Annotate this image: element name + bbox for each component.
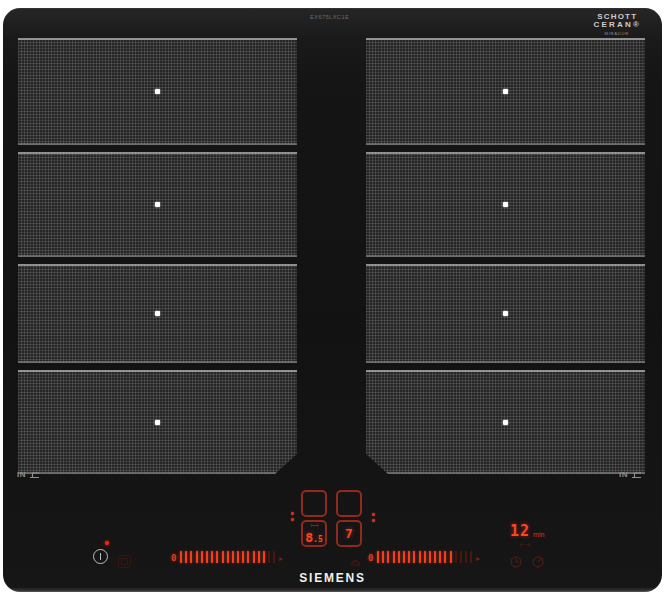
display-cell-bottom[interactable]: 7 — [336, 520, 362, 547]
cooktop-glass-panel: EX675LXC1E SCHOTT CERAN® MIRADUR IN IN — [3, 8, 662, 592]
slider-bar[interactable] — [206, 551, 208, 563]
cooking-zone-left-2 — [18, 152, 297, 257]
pan-detection-icon — [631, 469, 642, 479]
slider-bar[interactable] — [268, 551, 270, 563]
slider-bar[interactable] — [439, 551, 441, 563]
display-cell-bottom[interactable]: ⊢⊣ 8.5 — [301, 520, 327, 547]
cooking-zone-right-1 — [366, 38, 645, 145]
zone-center-marker — [155, 311, 160, 316]
wipe-protection-key[interactable] — [118, 555, 131, 568]
power-indicator-led — [105, 541, 109, 545]
power-level-value: 8 — [305, 530, 313, 545]
flex-zone-symbol: ⊢⊣ — [311, 523, 318, 528]
zone-display-left[interactable]: ⊢⊣ 8.5 — [301, 490, 327, 547]
model-number-label: EX675LXC1E — [310, 14, 353, 20]
zone-center-marker — [503, 420, 508, 425]
slider-bar[interactable] — [273, 551, 275, 563]
timer-clock-icon[interactable] — [510, 556, 522, 568]
zone-center-marker — [503, 311, 508, 316]
schott-ceran-logo: SCHOTT CERAN® MIRADUR — [593, 13, 641, 37]
slider-bar[interactable] — [424, 551, 426, 563]
slider-bar[interactable] — [263, 551, 265, 563]
slider-bar[interactable] — [227, 551, 229, 563]
timer-unit-label: min — [533, 531, 544, 538]
timer-value: 12 — [510, 522, 530, 540]
induction-mark-left: IN — [17, 469, 40, 479]
siemens-logo: SIEMENS — [3, 571, 662, 586]
slider-scale[interactable] — [375, 549, 474, 567]
in-label: IN — [619, 470, 628, 479]
slider-bar[interactable] — [237, 551, 239, 563]
display-cell-top[interactable] — [301, 490, 327, 517]
slider-bar[interactable] — [403, 551, 405, 563]
power-level-fraction: .5 — [313, 535, 323, 544]
slider-bar[interactable] — [185, 551, 187, 563]
zone-display-right[interactable]: 7 — [336, 490, 362, 547]
flex-zone-symbol: ⊢⊣ — [520, 541, 570, 548]
slider-bar[interactable] — [429, 551, 431, 563]
slider-bar[interactable] — [408, 551, 410, 563]
slider-bar[interactable] — [413, 551, 415, 563]
slider-bar[interactable] — [201, 551, 203, 563]
slider-bar[interactable] — [419, 551, 421, 563]
slider-bar[interactable] — [398, 551, 400, 563]
power-icon — [100, 553, 101, 560]
slider-bar[interactable] — [465, 551, 467, 563]
slider-bar[interactable] — [393, 551, 395, 563]
slider-bar[interactable] — [216, 551, 218, 563]
slider-end-arrow-icon[interactable]: ▸ — [476, 554, 480, 563]
in-label: IN — [17, 470, 26, 479]
schott-logo-subtext: MIRADUR — [601, 31, 634, 35]
slider-scale[interactable] — [178, 549, 277, 567]
zone-center-marker — [155, 420, 160, 425]
slider-bar[interactable] — [444, 551, 446, 563]
zone-center-marker — [503, 89, 508, 94]
zone-center-marker — [155, 202, 160, 207]
kitchen-timer-icon[interactable] — [532, 556, 544, 568]
slider-bar[interactable] — [196, 551, 198, 563]
slider-bar[interactable] — [434, 551, 436, 563]
cooktop-product-image: EX675LXC1E SCHOTT CERAN® MIRADUR IN IN — [0, 0, 665, 600]
timer-keys — [510, 556, 544, 568]
slider-bar[interactable] — [222, 551, 224, 563]
cooking-zone-right-4 — [366, 370, 645, 474]
cooking-zone-left-1 — [18, 38, 297, 145]
slider-bar[interactable] — [387, 551, 389, 563]
wipe-protection-icon — [121, 558, 128, 565]
zone-center-marker — [503, 202, 508, 207]
slider-bar[interactable] — [450, 551, 452, 563]
slider-bar[interactable] — [211, 551, 213, 563]
slider-bar[interactable] — [460, 551, 462, 563]
slider-zero-label[interactable]: 0 — [171, 553, 176, 563]
power-level-value: 7 — [345, 527, 353, 540]
schott-logo-line2: CERAN® — [593, 21, 641, 29]
slider-bar[interactable] — [258, 551, 260, 563]
display-cell-top[interactable] — [336, 490, 362, 517]
zone-indicator-dots-left — [291, 512, 294, 521]
induction-mark-right: IN — [619, 469, 642, 479]
timer-display: 12 min ⊢⊣ — [510, 522, 570, 548]
slider-bar[interactable] — [180, 551, 182, 563]
slider-bar[interactable] — [242, 551, 244, 563]
slider-bar[interactable] — [232, 551, 234, 563]
slider-bar[interactable] — [247, 551, 249, 563]
zone-indicator-dots-right — [372, 513, 375, 522]
slider-bar[interactable] — [377, 551, 379, 563]
power-slider-right[interactable]: 0 ▸ — [368, 551, 480, 565]
cooking-zone-right-3 — [366, 264, 645, 363]
slider-bar[interactable] — [190, 551, 192, 563]
slider-bar[interactable] — [455, 551, 457, 563]
pan-detection-icon — [29, 469, 40, 479]
slider-bar[interactable] — [470, 551, 472, 563]
frying-sensor-icon[interactable] — [350, 557, 361, 566]
cooking-zone-right-2 — [366, 152, 645, 257]
zone-center-marker — [155, 89, 160, 94]
cooking-zone-left-3 — [18, 264, 297, 363]
power-button[interactable] — [93, 549, 108, 564]
slider-zero-label[interactable]: 0 — [368, 553, 373, 563]
slider-end-arrow-icon[interactable]: ▸ — [279, 554, 283, 563]
cooking-zone-left-4 — [18, 370, 297, 474]
slider-bar[interactable] — [253, 551, 255, 563]
power-slider-left[interactable]: 0 ▸ — [171, 551, 283, 565]
slider-bar[interactable] — [382, 551, 384, 563]
